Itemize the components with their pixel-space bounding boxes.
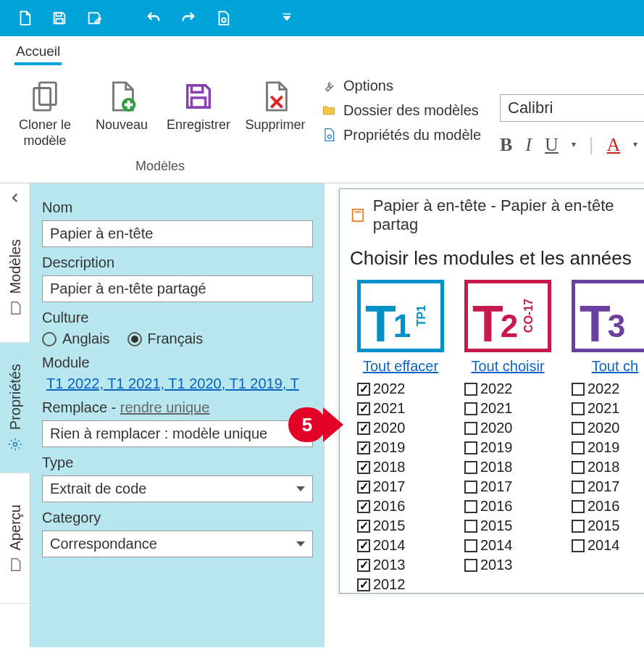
side-tab-preview[interactable]: Aperçu [0, 473, 30, 604]
svg-point-10 [14, 443, 17, 446]
year-checkbox-t3-2020[interactable]: 2020 [572, 420, 620, 436]
year-checkbox-t1-2020[interactable]: 2020 [357, 420, 406, 436]
checkbox-icon [572, 520, 585, 533]
ribbon-group-models: Cloner le modèle Nouveau Enregistrer Sup… [10, 74, 310, 174]
year-checkbox-t2-2021[interactable]: 2021 [464, 400, 513, 417]
description-label: Description [42, 254, 313, 271]
module-badge-t3: T3 [572, 280, 644, 352]
year-label: 2015 [480, 518, 513, 534]
module-link[interactable]: T1 2022, T1 2021, T1 2020, T1 2019, T [46, 375, 299, 391]
year-checkbox-t1-2016[interactable]: 2016 [357, 498, 406, 515]
year-checkbox-t1-2014[interactable]: 2014 [357, 537, 406, 554]
italic-button[interactable]: I [525, 134, 532, 156]
culture-radio-english[interactable]: Anglais [42, 331, 110, 347]
type-label: Type [42, 454, 313, 471]
redo-icon[interactable] [178, 8, 198, 28]
category-value: Correspondance [50, 536, 157, 552]
year-checkbox-t3-2016[interactable]: 2016 [572, 498, 620, 515]
svg-rect-7 [191, 86, 202, 93]
year-checkbox-t3-2018[interactable]: 2018 [572, 459, 620, 475]
underline-button[interactable]: U [545, 134, 559, 156]
year-label: 2017 [480, 478, 513, 495]
year-checkbox-t1-2012[interactable]: 2012 [357, 576, 406, 593]
year-checkbox-t3-2017[interactable]: 2017 [572, 478, 620, 495]
description-input[interactable] [42, 275, 313, 302]
font-family-select[interactable]: Calibri [500, 94, 644, 122]
save-icon[interactable] [49, 8, 70, 28]
delete-model-button[interactable]: Supprimer [241, 74, 310, 136]
year-checkbox-t2-2016[interactable]: 2016 [464, 498, 513, 515]
checkbox-icon [572, 461, 585, 474]
replace-label: Remplace - rendre unique [42, 399, 313, 416]
font-color-dropdown-icon[interactable]: ▾ [633, 139, 637, 150]
category-select[interactable]: Correspondance [42, 531, 313, 557]
clone-model-button[interactable]: Cloner le modèle [10, 74, 80, 151]
year-label: 2022 [587, 381, 620, 397]
model-properties-link[interactable]: Propriétés du modèle [320, 126, 481, 144]
year-checkbox-t2-2022[interactable]: 2022 [464, 381, 513, 397]
year-checkbox-t2-2013[interactable]: 2013 [464, 557, 513, 573]
year-checkbox-t3-2014[interactable]: 2014 [572, 537, 620, 554]
year-checkbox-t2-2020[interactable]: 2020 [464, 420, 513, 436]
models-folder-link[interactable]: Dossier des modèles [320, 101, 481, 119]
year-checkbox-t3-2022[interactable]: 2022 [572, 381, 620, 397]
font-color-button[interactable]: A [607, 134, 621, 156]
year-checkbox-t1-2015[interactable]: 2015 [357, 518, 406, 534]
svg-rect-4 [34, 88, 51, 111]
year-checkbox-t1-2018[interactable]: 2018 [357, 459, 406, 475]
marker-number: 5 [302, 414, 312, 436]
save-model-label: Enregistrer [167, 117, 230, 133]
new-doc-icon[interactable] [14, 8, 35, 28]
type-value: Extrait de code [50, 481, 146, 497]
checkbox-icon [572, 383, 585, 396]
checkbox-icon [464, 422, 477, 435]
save-edit-icon[interactable] [84, 8, 104, 28]
year-checkbox-t2-2019[interactable]: 2019 [464, 439, 513, 456]
checkbox-icon [357, 481, 370, 494]
year-label: 2021 [587, 400, 620, 417]
replace-select[interactable]: Rien à remplacer : modèle unique [42, 420, 313, 447]
year-checkbox-t2-2014[interactable]: 2014 [464, 537, 513, 554]
undo-icon[interactable] [143, 8, 164, 28]
new-model-button[interactable]: Nouveau [87, 74, 156, 136]
checkbox-icon [357, 383, 370, 396]
year-checkbox-t3-2021[interactable]: 2021 [572, 400, 620, 417]
year-checkbox-t1-2021[interactable]: 2021 [357, 400, 406, 417]
toolbar-dropdown-icon[interactable] [277, 8, 297, 28]
collapse-panel-icon[interactable] [0, 183, 30, 212]
name-input[interactable] [42, 220, 313, 247]
category-label: Category [42, 510, 313, 526]
year-checkbox-t1-2019[interactable]: 2019 [357, 439, 406, 456]
module-link-t3[interactable]: Tout ch [572, 358, 644, 375]
module-link-t2[interactable]: Tout choisir [464, 358, 551, 375]
type-select[interactable]: Extrait de code [42, 475, 313, 502]
tab-accueil[interactable]: Accueil [14, 41, 62, 65]
culture-radio-french[interactable]: Français [127, 331, 204, 347]
module-badge-t2: T2CO-17 [464, 280, 551, 352]
year-checkbox-t3-2015[interactable]: 2015 [572, 518, 620, 534]
settings-doc-icon[interactable] [213, 8, 233, 28]
year-label: 2015 [373, 518, 406, 534]
options-link[interactable]: Options [320, 77, 481, 94]
year-label: 2016 [480, 498, 513, 515]
make-unique-link[interactable]: rendre unique [120, 399, 209, 415]
side-tab-properties[interactable]: Propriétés [0, 343, 30, 473]
year-checkbox-t2-2017[interactable]: 2017 [464, 478, 513, 495]
year-label: 2019 [480, 439, 513, 456]
year-checkbox-t2-2015[interactable]: 2015 [464, 518, 513, 534]
year-checkbox-t1-2017[interactable]: 2017 [357, 478, 406, 495]
side-tab-models[interactable]: Modèles [0, 212, 30, 343]
year-checkbox-t1-2013[interactable]: 2013 [357, 557, 406, 573]
module-link-t1[interactable]: Tout effacer [357, 358, 444, 375]
year-checkbox-t3-2019[interactable]: 2019 [572, 439, 620, 456]
year-label: 2019 [373, 439, 406, 456]
year-checkbox-t2-2018[interactable]: 2018 [464, 459, 513, 475]
save-model-button[interactable]: Enregistrer [164, 74, 233, 136]
underline-dropdown-icon[interactable]: ▾ [572, 139, 576, 150]
bold-button[interactable]: B [500, 134, 512, 156]
year-checkbox-t1-2022[interactable]: 2022 [357, 381, 406, 397]
year-label: 2014 [480, 537, 513, 554]
preview-icon [8, 557, 22, 572]
document-icon [8, 301, 22, 315]
folder-label: Dossier des modèles [343, 102, 479, 119]
